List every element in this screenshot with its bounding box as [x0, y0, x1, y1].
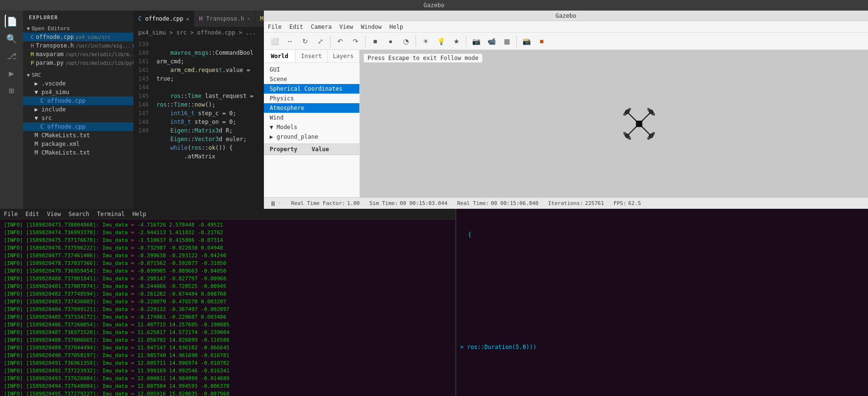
scale-tool-btn[interactable]: ⤢: [314, 35, 327, 48]
drone-model: [620, 105, 658, 143]
gazebo-menu-help[interactable]: Help: [389, 24, 403, 30]
rotate-tool-btn[interactable]: ↻: [298, 35, 312, 48]
tree-offnode-cpp[interactable]: C offnode.cpp: [23, 96, 133, 105]
tree-vscode[interactable]: ▶ .vscode: [23, 79, 133, 88]
term-menu-terminal[interactable]: Terminal: [97, 211, 125, 217]
breadcrumb: px4_simu > src > offnode.cpp > ...: [133, 27, 264, 38]
brace-line: {: [456, 223, 868, 246]
svg-point-9: [649, 134, 653, 138]
camera2-btn[interactable]: 📹: [485, 35, 498, 48]
tab-transpose-h[interactable]: H Transpose.h ✕: [194, 11, 255, 27]
tree-package-xml[interactable]: M package.xml: [23, 140, 133, 148]
gazebo-menubar: File Edit Camera View Window Help: [264, 21, 868, 33]
layers-btn[interactable]: ▦: [500, 35, 513, 48]
explorer-icon[interactable]: 📄: [5, 14, 18, 28]
term-menu-search[interactable]: Search: [69, 211, 89, 217]
gazebo-viewport[interactable]: Press Escape to exit Follow mode: [360, 50, 868, 197]
cylinder-btn[interactable]: ◔: [399, 35, 413, 48]
box-btn[interactable]: ■: [369, 35, 382, 48]
spot-light-btn[interactable]: ★: [450, 35, 463, 48]
select-tool-btn[interactable]: ⬜: [268, 35, 281, 48]
tab-layers[interactable]: Layers: [328, 50, 359, 62]
right-terminal: { > ros::Duration(5.0))): [455, 209, 868, 396]
editor-tabs: C offnode.cpp ✕ H Transpose.h ✕ M mavpar…: [133, 11, 264, 27]
redo-btn[interactable]: ↷: [349, 35, 362, 48]
escape-message: Press Escape to exit Follow mode: [364, 54, 482, 62]
world-item-atmosphere[interactable]: Atmosphere: [264, 103, 359, 113]
tab-offnode-cpp[interactable]: C offnode.cpp ✕: [133, 11, 194, 27]
close-tab-1[interactable]: ✕: [186, 16, 189, 22]
open-file-param-py[interactable]: P param.py /opt/ros/melodic/lib/pyt...: [23, 59, 133, 67]
cpp-icon: C: [31, 34, 34, 40]
tab-mavparam[interactable]: M mavparam ✕: [255, 11, 264, 27]
debug-icon[interactable]: ▶: [5, 66, 18, 80]
sidebar-header: Explorer: [23, 11, 133, 24]
term-menu-edit[interactable]: Edit: [25, 211, 39, 217]
open-editors-section[interactable]: ▼ Open Editors: [23, 24, 133, 33]
extensions-icon[interactable]: ⊞: [5, 84, 18, 97]
sep1: [330, 36, 331, 47]
term-menu-view[interactable]: View: [47, 211, 61, 217]
undo-btn[interactable]: ↶: [333, 35, 347, 48]
world-item-scene[interactable]: Scene: [264, 74, 359, 84]
world-item-wind[interactable]: Wind: [264, 113, 359, 122]
svg-point-8: [649, 110, 653, 114]
world-item-ground-plane[interactable]: ▶ ground_plane: [264, 132, 359, 142]
line-numbers: 139 140 141 142 143 144 145 146 147 148 …: [133, 38, 153, 163]
point-light-btn[interactable]: 💡: [434, 35, 448, 48]
world-item-models[interactable]: ▼ Models: [264, 122, 359, 132]
tree-cmakelists-1[interactable]: M CMakeLists.txt: [23, 131, 133, 140]
open-file-transpose-h[interactable]: H Transpose.h /usr/include/eig... 9+: [23, 41, 133, 50]
sep2: [365, 36, 366, 47]
vscode-left-panel: 📄 🔍 ⎇ ▶ ⊞ Explorer ▼ Open Editors C offn…: [0, 11, 264, 209]
sep4: [466, 36, 466, 47]
app-title: Gazebo: [424, 2, 444, 9]
record-btn[interactable]: ■: [535, 35, 548, 48]
code-content[interactable]: mavros_msgs::CommandBool arm_cmd; arm_cm…: [153, 38, 264, 163]
gazebo-menu-edit[interactable]: Edit: [289, 24, 303, 30]
world-tabs: World Insert Layers: [264, 50, 359, 63]
gazebo-menu-camera[interactable]: Camera: [311, 24, 332, 30]
tab-world[interactable]: World: [264, 50, 296, 62]
world-item-gui[interactable]: GUI: [264, 65, 359, 74]
code-area[interactable]: 139 140 141 142 143 144 145 146 147 148 …: [133, 38, 264, 163]
src-label: SRC: [32, 72, 41, 78]
search-icon[interactable]: 🔍: [5, 32, 18, 45]
world-item-physics[interactable]: Physics: [264, 94, 359, 103]
open-file-offnode-cpp[interactable]: C offnode.cpp px4_simu/src: [23, 33, 133, 41]
real-time-factor: Real Time Factor: 1.00: [291, 200, 360, 206]
terminal-input[interactable]: > ros::Duration(5.0))): [456, 342, 868, 352]
world-tree: GUI Scene Spherical Coordinates Physics …: [264, 63, 359, 144]
svg-point-7: [625, 110, 629, 114]
screenshot-btn[interactable]: 📸: [520, 35, 533, 48]
gazebo-window: Gazebo File Edit Camera View Window Help…: [264, 11, 868, 209]
gazebo-titlebar: Gazebo: [264, 11, 868, 21]
pause-btn[interactable]: ⏸: [270, 200, 276, 207]
src-chevron-icon: ▼: [27, 72, 30, 78]
tree-cmakelists-2[interactable]: M CMakeLists.txt: [23, 148, 133, 157]
tree-src[interactable]: ▼ src: [23, 114, 133, 122]
tree-px4-simu[interactable]: ▼ px4_simu: [23, 88, 133, 96]
camera1-btn[interactable]: 📷: [469, 35, 483, 48]
tree-include[interactable]: ▶ include: [23, 105, 133, 114]
real-time: Real Time: 00 00:15:06.840: [457, 200, 539, 206]
term-menu-help[interactable]: Help: [132, 211, 146, 217]
gazebo-menu-window[interactable]: Window: [361, 24, 381, 30]
git-icon[interactable]: ⎇: [5, 49, 18, 62]
term-menu-file[interactable]: File: [4, 211, 18, 217]
gazebo-menu-file[interactable]: File: [268, 24, 282, 30]
h-icon: H: [31, 43, 34, 49]
chevron-icon: ▼: [27, 26, 30, 31]
open-file-mavparam[interactable]: M mavparam /opt/ros/melodic/lib/m...: [23, 50, 133, 59]
sun-btn[interactable]: ☀: [419, 35, 432, 48]
sim-time: Sim Time: 00 00:15:03.044: [369, 200, 448, 206]
iterations: Iterations: 225761: [548, 200, 604, 206]
close-tab-2[interactable]: ✕: [247, 16, 250, 21]
gazebo-menu-view[interactable]: View: [339, 24, 353, 30]
sphere-btn[interactable]: ●: [384, 35, 397, 48]
src-section[interactable]: ▼ SRC: [23, 71, 133, 79]
translate-tool-btn[interactable]: ↔: [283, 35, 297, 48]
tab-insert[interactable]: Insert: [296, 50, 327, 62]
world-item-spherical[interactable]: Spherical Coordinates: [264, 84, 359, 94]
tree-src-offnode-cpp[interactable]: C offnode.cpp: [23, 122, 133, 131]
